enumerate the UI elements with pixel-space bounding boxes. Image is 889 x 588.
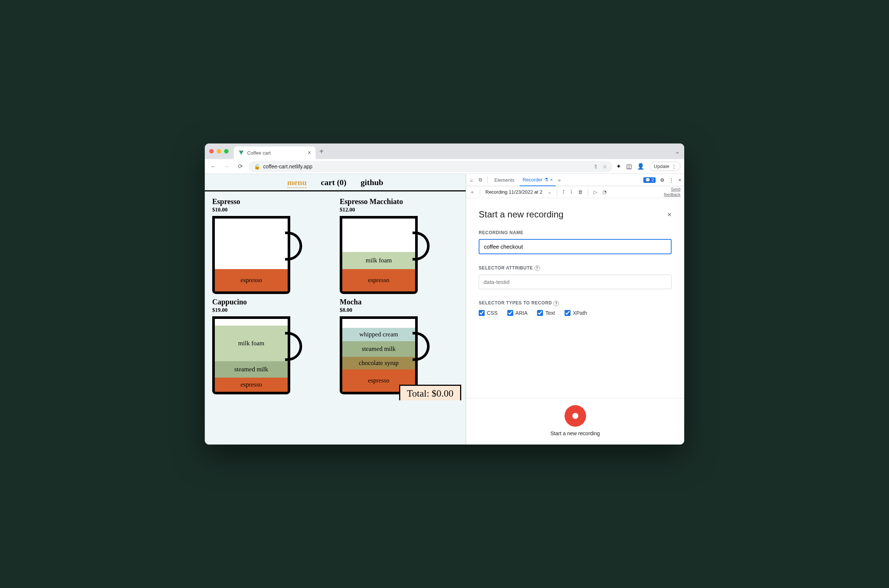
check-css[interactable]: CSS — [479, 310, 498, 316]
nav-menu[interactable]: menu — [287, 178, 307, 188]
recorder-footer: Start a new recording — [466, 398, 684, 444]
help-icon[interactable]: ? — [534, 266, 540, 271]
coffee-cup: whipped creamsteamed milkchocolate syrup… — [340, 316, 429, 394]
send-feedback-link[interactable]: Send feedback — [664, 187, 681, 196]
product-price: $8.00 — [340, 307, 458, 314]
start-recording-label: Start a new recording — [466, 430, 684, 436]
close-tab-icon[interactable]: × — [308, 149, 311, 156]
tabs-dropdown-icon[interactable]: ⌄ — [675, 148, 680, 155]
tab-recorder[interactable]: Recorder ⚗ × — [520, 174, 556, 186]
selector-types-label: SELECTOR TYPES TO RECORD? — [479, 300, 672, 306]
tab-bar: Coffee cart × + ⌄ — [205, 144, 684, 159]
product-name: Mocha — [340, 298, 458, 306]
devtools-tabs: ⟀ ⧉ Elements Recorder ⚗ × » 💬 2 ⚙ ⋮ × — [466, 174, 684, 186]
extensions-icon[interactable]: ✦ — [616, 163, 621, 170]
nav-cart[interactable]: cart (0) — [321, 178, 346, 188]
selector-attr-label: SELECTOR ATTRIBUTE? — [479, 266, 672, 271]
recording-name-label: RECORDING NAME — [479, 230, 672, 235]
layer: espresso — [215, 378, 288, 392]
nav-github[interactable]: github — [360, 178, 383, 188]
page-nav: menu cart (0) github — [205, 174, 466, 191]
share-icon[interactable]: ⇧ — [594, 164, 598, 170]
product-price: $12.00 — [340, 207, 458, 213]
check-aria[interactable]: ARIA — [507, 310, 528, 316]
layer: steamed milk — [342, 341, 415, 357]
layer: espresso — [215, 269, 288, 291]
issues-badge[interactable]: 💬 2 — [643, 177, 656, 183]
settings-icon[interactable]: ⚙ — [660, 177, 664, 183]
product-name: Cappucino — [212, 298, 331, 306]
layer: milk foam — [342, 252, 415, 269]
coffee-cup: espresso — [212, 216, 301, 294]
product-card[interactable]: Espresso Macchiato $12.00 milk foamespre… — [340, 197, 458, 294]
coffee-cup: milk foamsteamed milkespresso — [212, 316, 301, 394]
product-price: $19.00 — [212, 307, 331, 314]
help-icon[interactable]: ? — [553, 301, 559, 306]
profile-icon[interactable]: 👤 — [637, 163, 645, 170]
check-text[interactable]: Text — [537, 310, 555, 316]
delete-icon[interactable]: 🗑 — [578, 189, 583, 195]
product-card[interactable]: Espresso $10.00 espresso — [212, 197, 331, 294]
browser-toolbar: ← → ⟳ 🔒 coffee-cart.netlify.app ⇧ ☆ ✦ ◫ … — [205, 159, 684, 174]
add-recording-icon[interactable]: ＋ — [470, 189, 475, 195]
product-price: $10.00 — [212, 207, 331, 213]
tab-elements[interactable]: Elements — [491, 174, 517, 186]
window-controls — [209, 149, 229, 153]
start-recording-button[interactable] — [565, 405, 586, 427]
recording-name-input[interactable] — [479, 239, 672, 254]
inspect-icon[interactable]: ⟀ — [469, 177, 475, 183]
address-bar[interactable]: 🔒 coffee-cart.netlify.app ⇧ ☆ — [249, 161, 613, 172]
vue-icon — [238, 150, 244, 156]
flask-icon: ⚗ — [544, 177, 549, 183]
panel-title: Start a new recording — [479, 209, 564, 220]
device-toggle-icon[interactable]: ⧉ — [477, 177, 484, 183]
devtools-panel: ⟀ ⧉ Elements Recorder ⚗ × » 💬 2 ⚙ ⋮ × — [466, 174, 684, 444]
selector-attr-input[interactable] — [479, 274, 672, 289]
back-button[interactable]: ← — [208, 162, 218, 171]
total-badge[interactable]: Total: $0.00 — [399, 385, 461, 400]
browser-tab[interactable]: Coffee cart × — [234, 147, 316, 159]
products-grid: Espresso $10.00 espresso Espresso Macchi… — [205, 191, 466, 400]
maximize-window-button[interactable] — [224, 149, 229, 153]
kebab-icon[interactable]: ⋮ — [669, 177, 674, 183]
layer: steamed milk — [215, 361, 288, 378]
new-tab-button[interactable]: + — [319, 147, 324, 156]
more-tabs-icon[interactable]: » — [558, 177, 561, 183]
close-tab-icon[interactable]: × — [550, 177, 553, 183]
product-card[interactable]: Mocha $8.00 whipped creamsteamed milkcho… — [340, 298, 458, 394]
product-card[interactable]: Cappucino $19.00 milk foamsteamed milkes… — [212, 298, 331, 394]
coffee-cup: milk foamespresso — [340, 216, 429, 294]
chevron-down-icon[interactable]: ⌄ — [547, 189, 552, 195]
replay-icon[interactable]: ▷ — [594, 189, 597, 195]
download-icon[interactable]: ⤵ — [570, 189, 573, 195]
page: menu cart (0) github Espresso $10.00 esp… — [205, 174, 466, 444]
reload-button[interactable]: ⟳ — [235, 162, 245, 171]
browser-window: Coffee cart × + ⌄ ← → ⟳ 🔒 coffee-cart.ne… — [205, 144, 684, 444]
minimize-window-button[interactable] — [217, 149, 221, 153]
layer: chocolate syrup — [342, 357, 415, 369]
recorder-toolbar: ＋ Recording 11/23/2022 at 2 ⌄ ⤴ ⤵ 🗑 ▷ ◔ … — [466, 186, 684, 198]
close-devtools-icon[interactable]: × — [678, 177, 681, 183]
tab-title: Coffee cart — [247, 150, 271, 156]
recorder-body: Start a new recording × RECORDING NAME S… — [466, 198, 684, 398]
layer: whipped cream — [342, 328, 415, 341]
upload-icon[interactable]: ⤴ — [562, 189, 565, 195]
content-area: menu cart (0) github Espresso $10.00 esp… — [205, 174, 684, 444]
performance-icon[interactable]: ◔ — [603, 189, 607, 195]
layer: espresso — [342, 269, 415, 291]
lock-icon: 🔒 — [254, 164, 260, 170]
product-name: Espresso — [212, 197, 331, 206]
bookmark-icon[interactable]: ☆ — [603, 164, 607, 170]
recording-selector[interactable]: Recording 11/23/2022 at 2 — [486, 189, 542, 195]
update-button[interactable]: Update⋮ — [650, 162, 681, 171]
close-panel-icon[interactable]: × — [667, 210, 672, 219]
forward-button[interactable]: → — [222, 162, 232, 171]
close-window-button[interactable] — [209, 149, 214, 153]
layer: milk foam — [215, 326, 288, 361]
url-text: coffee-cart.netlify.app — [263, 164, 313, 170]
product-name: Espresso Macchiato — [340, 197, 458, 206]
sidepanel-icon[interactable]: ◫ — [626, 163, 632, 170]
check-xpath[interactable]: XPath — [565, 310, 587, 316]
